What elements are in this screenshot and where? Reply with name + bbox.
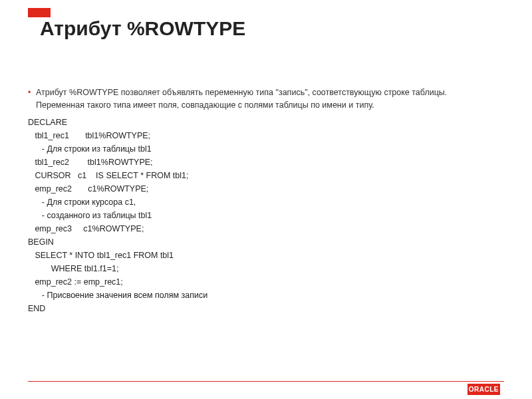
bullet-text: Атрибут %ROWTYPE позволяет объявлять пер… [36,86,493,112]
slide-title: Атрибут %ROWTYPE [40,17,245,40]
bullet-item: • Атрибут %ROWTYPE позволяет объявлять п… [28,86,493,112]
code-block: DECLARE tbl1_rec1 tbl1%ROWTYPE; - Для ст… [28,116,493,315]
accent-bar [28,8,51,17]
oracle-logo: ORACLE [467,384,500,395]
footer-divider [28,381,504,382]
bullet-dot: • [28,86,36,112]
oracle-logo-text: ORACLE [469,386,499,393]
slide-body: • Атрибут %ROWTYPE позволяет объявлять п… [28,86,493,315]
